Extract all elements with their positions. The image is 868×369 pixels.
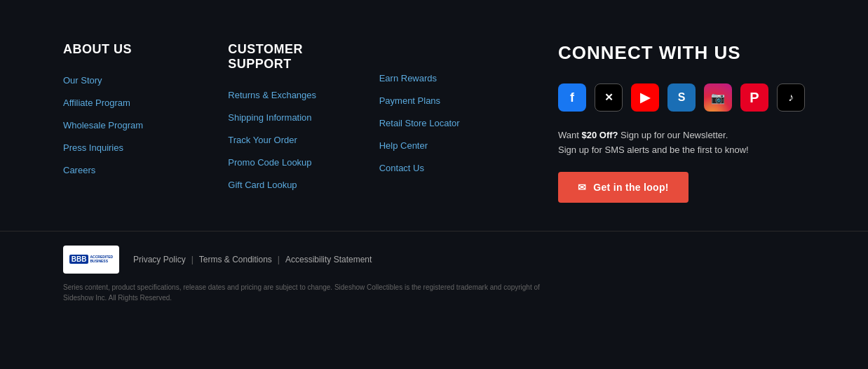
facebook-icon[interactable]: f <box>558 83 586 112</box>
x-twitter-icon[interactable]: ✕ <box>595 83 623 112</box>
footer-bottom-links-row: BBB ACCREDITED BUSINESS Privacy Policy |… <box>63 246 805 274</box>
newsletter-text-line2: Sign up for SMS alerts and be the first … <box>558 145 749 155</box>
help-center-link[interactable]: Help Center <box>379 140 428 151</box>
customer-support-col-main: CUSTOMER SUPPORT Returns & Exchanges Shi… <box>228 42 351 203</box>
bbb-badge[interactable]: BBB ACCREDITED BUSINESS <box>63 246 119 274</box>
customer-support-title: CUSTOMER SUPPORT <box>228 42 351 72</box>
about-us-title: ABOUT US <box>63 42 200 57</box>
about-us-links: Our Story Affiliate Program Wholesale Pr… <box>63 74 200 176</box>
email-icon: ✉ <box>578 182 586 193</box>
footer-copyright: Series content, product specifications, … <box>63 282 554 303</box>
newsletter-text-line1: Want $20 Off? Sign up for our Newsletter… <box>558 130 728 140</box>
connect-with-us-section: CONNECT WITH US f ✕ ▶ S 📷 P ♪ Want $20 O… <box>530 42 805 203</box>
newsletter-button-label: Get in the loop! <box>593 182 668 193</box>
divider-1: | <box>191 255 194 264</box>
privacy-policy-link[interactable]: Privacy Policy <box>133 255 186 264</box>
track-order-link[interactable]: Track Your Order <box>228 135 297 145</box>
gift-card-lookup-link[interactable]: Gift Card Lookup <box>228 180 297 190</box>
pinterest-icon[interactable]: P <box>740 83 768 112</box>
customer-support-col2: Earn Rewards Payment Plans Retail Store … <box>379 42 502 203</box>
returns-exchanges-link[interactable]: Returns & Exchanges <box>228 90 316 100</box>
accessibility-statement-link[interactable]: Accessibility Statement <box>285 255 372 264</box>
press-inquiries-link[interactable]: Press Inquiries <box>63 142 123 153</box>
contact-us-link[interactable]: Contact Us <box>379 163 424 173</box>
bbb-logo-box: BBB ACCREDITED BUSINESS <box>63 246 119 274</box>
customer-support-links-col1: Returns & Exchanges Shipping Information… <box>228 88 351 191</box>
connect-title: CONNECT WITH US <box>558 42 805 64</box>
customer-support-section: CUSTOMER SUPPORT Returns & Exchanges Shi… <box>228 42 502 203</box>
shipping-information-link[interactable]: Shipping Information <box>228 112 311 123</box>
terms-conditions-link[interactable]: Terms & Conditions <box>199 255 272 264</box>
sideshow-icon[interactable]: S <box>667 83 696 112</box>
careers-link[interactable]: Careers <box>63 165 95 175</box>
newsletter-text: Want $20 Off? Sign up for our Newsletter… <box>558 128 805 158</box>
tiktok-icon[interactable]: ♪ <box>777 83 805 112</box>
promo-code-lookup-link[interactable]: Promo Code Lookup <box>228 157 311 168</box>
bbb-inner: BBB ACCREDITED BUSINESS <box>69 255 113 264</box>
retail-store-locator-link[interactable]: Retail Store Locator <box>379 118 460 128</box>
footer-bottom: BBB ACCREDITED BUSINESS Privacy Policy |… <box>0 231 868 317</box>
newsletter-button[interactable]: ✉ Get in the loop! <box>558 172 689 203</box>
youtube-icon[interactable]: ▶ <box>631 83 659 112</box>
our-story-link[interactable]: Our Story <box>63 75 102 86</box>
footer-legal-links: Privacy Policy | Terms & Conditions | Ac… <box>133 255 372 264</box>
social-icons-row: f ✕ ▶ S 📷 P ♪ <box>558 83 805 112</box>
about-us-section: ABOUT US Our Story Affiliate Program Who… <box>63 42 200 203</box>
instagram-icon[interactable]: 📷 <box>704 83 732 112</box>
payment-plans-link[interactable]: Payment Plans <box>379 95 440 106</box>
divider-2: | <box>278 255 280 264</box>
wholesale-program-link[interactable]: Wholesale Program <box>63 120 143 130</box>
earn-rewards-link[interactable]: Earn Rewards <box>379 73 437 83</box>
customer-support-links-col2: Earn Rewards Payment Plans Retail Store … <box>379 72 502 174</box>
affiliate-program-link[interactable]: Affiliate Program <box>63 98 130 108</box>
